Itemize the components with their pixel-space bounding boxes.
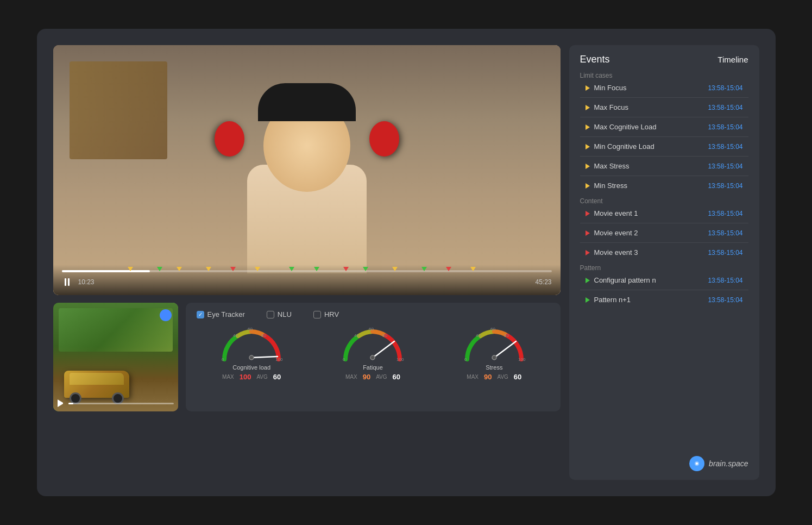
- section-limit-cases: Limit cases Min Focus 13:58-15:04 Max Fo…: [580, 72, 748, 193]
- section-label-limit: Limit cases: [580, 72, 748, 79]
- event-movie-2[interactable]: Movie event 2 13:58-15:04: [580, 226, 748, 240]
- divider-4: [580, 156, 748, 157]
- events-header: Events Timeline: [580, 54, 748, 65]
- cognitive-avg-label: AVG: [256, 374, 267, 380]
- event-left-min-focus: Min Focus: [586, 84, 627, 92]
- checkbox-hrv[interactable]: [313, 311, 321, 318]
- checkbox-eye-tracker[interactable]: [197, 311, 204, 318]
- cognitive-avg-value: 60: [273, 373, 281, 381]
- event-left-min-cog: Min Cognitive Load: [586, 142, 654, 151]
- thumb-trees: [59, 308, 173, 352]
- event-arrow-max-focus: [586, 105, 590, 110]
- timeline-bar-container: [62, 270, 552, 272]
- cognitive-load-stats: MAX 100 AVG 60: [222, 373, 281, 381]
- event-time-min-stress[interactable]: 13:58-15:04: [708, 182, 742, 190]
- event-max-stress[interactable]: Max Stress 13:58-15:04: [580, 159, 748, 173]
- svg-text:80: 80: [261, 333, 266, 338]
- event-time-min-focus[interactable]: 13:58-15:04: [708, 84, 742, 92]
- event-time-max-cog[interactable]: 13:58-15:04: [708, 123, 742, 131]
- svg-text:80: 80: [382, 333, 387, 338]
- event-left-max-focus: Max Focus: [586, 103, 629, 111]
- event-min-cog[interactable]: Min Cognitive Load 13:58-15:04: [580, 139, 748, 154]
- svg-text:100: 100: [518, 357, 526, 362]
- cap: [258, 83, 356, 121]
- marker-2[interactable]: [157, 267, 162, 271]
- svg-text:0: 0: [464, 357, 467, 362]
- event-max-cog[interactable]: Max Cognitive Load 13:58-15:04: [580, 120, 748, 134]
- marker-11[interactable]: [392, 267, 398, 271]
- divider-1: [580, 97, 748, 98]
- car-top: [70, 373, 124, 385]
- marker-3[interactable]: [177, 267, 182, 271]
- event-arrow-pattern-2: [586, 297, 590, 303]
- event-left-movie-2: Movie event 2: [586, 229, 638, 237]
- event-time-max-stress[interactable]: 13:58-15:04: [708, 162, 742, 170]
- event-movie-1[interactable]: Movie event 1 13:58-15:04: [580, 206, 748, 221]
- fatigue-avg-value: 60: [393, 373, 400, 381]
- event-min-stress[interactable]: Min Stress 13:58-15:04: [580, 178, 748, 193]
- event-arrow-movie-1: [586, 211, 590, 216]
- gauge-fatigue: 0 40 60 80 100 Fatique: [318, 324, 428, 381]
- marker-12[interactable]: [421, 267, 427, 271]
- event-name-pattern-2: Pattern n+1: [594, 296, 631, 304]
- event-left-pattern-1: Configural pattern n: [586, 276, 656, 284]
- event-time-pattern-1[interactable]: 13:58-15:04: [708, 277, 742, 284]
- marker-5[interactable]: [230, 267, 236, 271]
- gauge-svg-2: 0 40 60 80 100: [340, 324, 405, 363]
- thumb-play-button[interactable]: [58, 399, 65, 407]
- nlu-label: NLU: [278, 310, 292, 318]
- cognitive-load-label: Cognitive load: [232, 364, 270, 371]
- event-pattern-2[interactable]: Pattern n+1 13:58-15:04: [580, 292, 748, 307]
- gauges-row: 0 40 60 80 100 Cognitive: [197, 324, 550, 404]
- event-left-movie-1: Movie event 1: [586, 209, 638, 217]
- svg-text:60: 60: [490, 327, 495, 332]
- bottom-panels: Eye Tracker NLU HRV: [53, 303, 561, 411]
- pause-button[interactable]: [62, 277, 73, 288]
- marker-7[interactable]: [289, 267, 294, 271]
- marker-9[interactable]: [343, 267, 349, 271]
- thumb-progress-fill: [68, 403, 74, 404]
- marker-10[interactable]: [363, 267, 368, 271]
- events-title: Events: [580, 54, 610, 65]
- event-pattern-1[interactable]: Configural pattern n 13:58-15:04: [580, 273, 748, 288]
- event-time-movie-1[interactable]: 13:58-15:04: [708, 210, 742, 217]
- event-time-pattern-2[interactable]: 13:58-15:04: [708, 296, 742, 304]
- svg-point-23: [696, 462, 698, 465]
- event-time-min-cog[interactable]: 13:58-15:04: [708, 143, 742, 151]
- timeline-markers: [62, 267, 552, 276]
- event-movie-3[interactable]: Movie event 3 13:58-15:04: [580, 245, 748, 260]
- svg-text:100: 100: [396, 357, 404, 362]
- thumbnail-scene: [53, 303, 178, 411]
- event-min-focus[interactable]: Min Focus 13:58-15:04: [580, 80, 748, 95]
- marker-4[interactable]: [206, 267, 211, 271]
- event-name-max-cog: Max Cognitive Load: [594, 123, 657, 131]
- event-left-max-stress: Max Stress: [586, 162, 630, 170]
- event-max-focus[interactable]: Max Focus 13:58-15:04: [580, 100, 748, 115]
- event-time-movie-3[interactable]: 13:58-15:04: [708, 249, 742, 257]
- video-time-end: 45:23: [535, 278, 551, 286]
- controls-row: 10:23 45:23: [62, 277, 552, 288]
- events-scroll[interactable]: Limit cases Min Focus 13:58-15:04 Max Fo…: [580, 72, 748, 445]
- marker-13[interactable]: [446, 267, 451, 271]
- divider-7: [580, 242, 748, 243]
- marker-1[interactable]: [128, 267, 133, 271]
- event-time-movie-2[interactable]: 13:58-15:04: [708, 229, 742, 237]
- headphone-left: [215, 121, 244, 157]
- event-name-pattern-1: Configural pattern n: [594, 276, 656, 284]
- marker-14[interactable]: [470, 267, 476, 271]
- thumb-controls: [58, 399, 174, 407]
- marker-8[interactable]: [314, 267, 319, 271]
- marker-6[interactable]: [255, 267, 260, 271]
- thumb-progress-bar[interactable]: [68, 403, 174, 404]
- gauge-check-hrv: HRV: [313, 310, 339, 318]
- svg-point-13: [370, 355, 375, 360]
- checkbox-nlu[interactable]: [267, 311, 274, 318]
- pause-icon: [65, 278, 70, 286]
- event-name-movie-2: Movie event 2: [594, 229, 638, 237]
- event-name-max-focus: Max Focus: [594, 103, 629, 111]
- svg-text:0: 0: [222, 357, 224, 362]
- fatigue-max-label: MAX: [345, 374, 357, 380]
- gauges-panel: Eye Tracker NLU HRV: [186, 303, 561, 411]
- event-time-max-focus[interactable]: 13:58-15:04: [708, 104, 742, 111]
- section-label-pattern: Pattern: [580, 264, 748, 272]
